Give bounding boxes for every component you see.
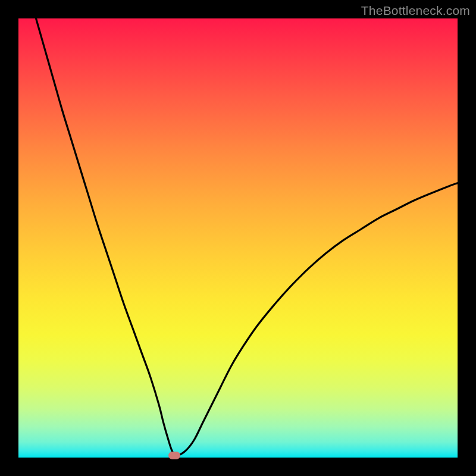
bottleneck-curve xyxy=(18,18,458,458)
chart-frame: TheBottleneck.com xyxy=(0,0,476,476)
plot-area xyxy=(18,18,458,458)
optimal-point-marker xyxy=(168,452,180,459)
watermark-text: TheBottleneck.com xyxy=(361,4,470,18)
